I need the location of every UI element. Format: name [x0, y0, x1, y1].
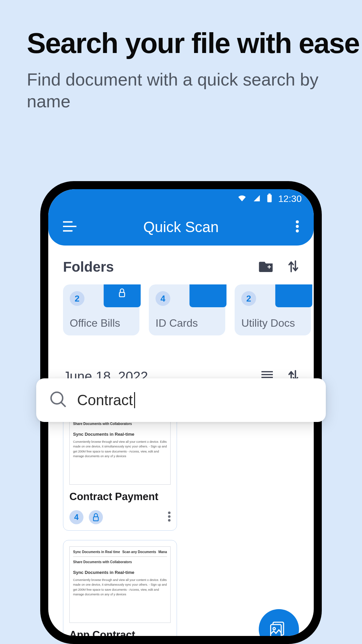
doc-thumbnail: Sync Documents in Real timeScan any Docu…: [69, 546, 171, 623]
svg-point-6: [296, 225, 299, 228]
folder-card[interactable]: 4 ID Cards: [149, 284, 225, 335]
svg-rect-10: [119, 292, 125, 297]
folders-row: 2 Office Bills 4 ID Cards 2 Utility Docs: [48, 284, 314, 335]
hamburger-menu-icon[interactable]: [63, 221, 76, 233]
more-icon[interactable]: [296, 220, 299, 234]
search-input[interactable]: Contract: [77, 392, 135, 409]
svg-point-16: [168, 512, 171, 514]
folder-card[interactable]: 2 Office Bills: [63, 284, 139, 335]
svg-rect-0: [267, 195, 272, 202]
docs-grid: Sync Documents in Real timeScan any Docu…: [48, 394, 314, 636]
svg-point-17: [168, 515, 171, 518]
svg-point-18: [168, 519, 171, 522]
status-bar: 12:30: [48, 189, 314, 209]
search-icon: [50, 391, 67, 410]
folder-name: Office Bills: [70, 317, 120, 329]
new-folder-icon[interactable]: [259, 261, 273, 273]
svg-rect-15: [94, 517, 98, 521]
battery-icon: [267, 194, 272, 205]
folder-name: ID Cards: [156, 317, 198, 329]
status-time: 12:30: [278, 194, 302, 204]
folders-header: Folders: [48, 246, 314, 284]
folder-icon: [275, 284, 313, 309]
lock-icon: [89, 510, 103, 524]
folder-count: 2: [241, 291, 256, 306]
svg-point-7: [296, 229, 299, 232]
app-bar: Quick Scan: [48, 209, 314, 246]
promo-subtitle: Find document with a quick search by nam…: [27, 69, 335, 112]
doc-card[interactable]: Sync Documents in Real timeScan any Docu…: [63, 540, 177, 636]
folder-count: 4: [156, 291, 170, 306]
app-title: Quick Scan: [143, 219, 219, 235]
doc-name: Contract Payment: [69, 491, 171, 503]
doc-more-icon[interactable]: [168, 512, 171, 523]
text-cursor: [134, 392, 135, 408]
search-bar[interactable]: Contract: [36, 378, 326, 422]
sort-icon[interactable]: [288, 260, 299, 274]
wifi-icon: [237, 194, 247, 204]
svg-point-5: [296, 220, 299, 223]
folder-icon: [189, 284, 227, 309]
folder-icon: [103, 284, 141, 309]
svg-point-26: [51, 392, 63, 404]
svg-line-27: [61, 402, 66, 407]
signal-icon: [253, 194, 261, 204]
folder-card[interactable]: 2 Utility Docs: [235, 284, 311, 335]
folder-count: 2: [70, 291, 84, 306]
promo-title: Search your file with ease: [27, 27, 359, 60]
folders-label: Folders: [63, 259, 114, 275]
folder-name: Utility Docs: [241, 317, 295, 329]
doc-page-count: 4: [69, 510, 83, 524]
doc-name: App Contract: [69, 629, 171, 636]
svg-rect-1: [268, 194, 271, 195]
